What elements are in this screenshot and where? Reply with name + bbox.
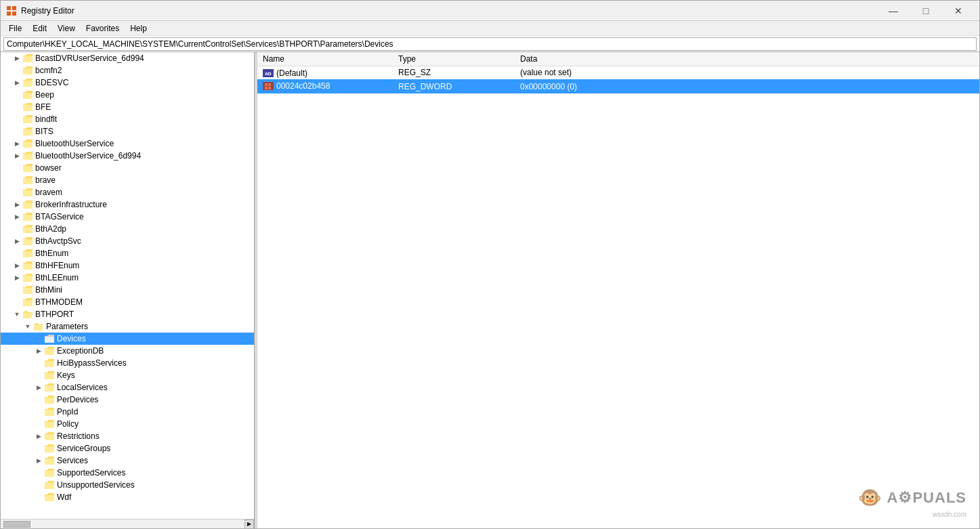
folder-icon (22, 78, 33, 87)
tree-label: Restrictions (57, 431, 100, 441)
scroll-right-btn[interactable]: ▶ (244, 520, 254, 529)
tree-item-BthLEEnum[interactable]: ▶ BthLEEnum (1, 272, 254, 284)
expander-placeholder (12, 64, 22, 77)
expander-icon: ▼ (12, 308, 22, 320)
tree-item-BDESVC[interactable]: ▶ BDESVC (1, 77, 254, 89)
folder-icon (22, 175, 33, 185)
tree-item-Beep[interactable]: Beep (1, 89, 254, 101)
tree-item-UnsupportedServices[interactable]: UnsupportedServices (1, 479, 254, 491)
expander-icon: ▶ (12, 198, 22, 211)
menu-favorites[interactable]: Favorites (81, 22, 125, 35)
svg-rect-3 (12, 12, 16, 16)
folder-icon (22, 163, 33, 173)
tree-item-BthEnum[interactable]: BthEnum (1, 247, 254, 259)
expander-icon: ▶ (12, 211, 22, 223)
tree-hscroll[interactable]: ▶ (1, 519, 254, 528)
tree-item-Restrictions[interactable]: ▶ Restrictions (1, 430, 254, 442)
menu-edit[interactable]: Edit (27, 22, 52, 35)
expander-icon: ▶ (33, 345, 44, 357)
tree-item-BITS[interactable]: BITS (1, 125, 254, 137)
tree-item-Keys[interactable]: Keys (1, 369, 254, 381)
tree-label: BthAvctpSvc (35, 236, 81, 246)
tree-item-BthHFEnum[interactable]: ▶ BthHFEnum (1, 259, 254, 272)
table-row[interactable]: ab (Default) REG_SZ (value not set) (257, 66, 979, 79)
folder-icon (22, 139, 33, 148)
expander-icon: ▶ (33, 381, 44, 394)
watermark-text: A⚙PUALS (887, 489, 966, 507)
address-path[interactable]: Computer\HKEY_LOCAL_MACHINE\SYSTEM\Curre… (3, 37, 977, 51)
svg-rect-8 (268, 87, 271, 89)
tree-item-bowser[interactable]: bowser (1, 162, 254, 174)
menu-help[interactable]: Help (125, 22, 152, 35)
col-data[interactable]: Data (515, 52, 979, 66)
tree-label: BthMini (35, 285, 62, 295)
tree-item-bravem[interactable]: bravem (1, 186, 254, 198)
menu-bar: File Edit View Favorites Help (1, 21, 979, 36)
registry-table: Name Type Data ab (Default) (257, 52, 979, 94)
tree-item-Services[interactable]: ▶ Services (1, 454, 254, 467)
tree-label: BthEnum (35, 249, 68, 258)
tree-item-ExceptionDB[interactable]: ▶ ExceptionDB (1, 345, 254, 357)
folder-icon (44, 444, 55, 453)
tree-label: HciBypassServices (57, 358, 127, 368)
col-type[interactable]: Type (393, 52, 515, 66)
tree-item-BFE[interactable]: BFE (1, 101, 254, 113)
app-icon (6, 5, 17, 16)
folder-icon (22, 127, 33, 136)
tree-item-PnpId[interactable]: PnpId (1, 406, 254, 418)
tree-label: BrokerInfrastructure (35, 200, 107, 209)
tree-label: bindflt (35, 114, 57, 124)
reg-name-cell: ab (Default) (257, 66, 393, 79)
table-row[interactable]: 00024c02b458 REG_DWORD 0x00000000 (0) (257, 79, 979, 93)
reg-type-cell: REG_DWORD (393, 79, 515, 93)
tree-label: Devices (57, 334, 86, 343)
expander-placeholder (33, 479, 44, 491)
tree-item-Wdf[interactable]: Wdf (1, 491, 254, 503)
tree-item-BTHMODEM[interactable]: BTHMODEM (1, 296, 254, 308)
tree-item-BluetoothUserService[interactable]: ▶ BluetoothUserService (1, 137, 254, 150)
table-container[interactable]: Name Type Data ab (Default) (257, 52, 979, 528)
expander-placeholder (12, 89, 22, 101)
folder-icon (44, 383, 55, 392)
col-name[interactable]: Name (257, 52, 393, 66)
tree-item-bcmfn2[interactable]: bcmfn2 (1, 64, 254, 77)
maximize-button[interactable]: □ (910, 1, 941, 21)
tree-item-Devices[interactable]: Devices (1, 333, 254, 345)
tree-item-BluetoothUserService6d994[interactable]: ▶ BluetoothUserService_6d994 (1, 150, 254, 162)
menu-file[interactable]: File (3, 22, 27, 35)
tree-item-SupportedServices[interactable]: SupportedServices (1, 467, 254, 479)
tree-item-BthA2dp[interactable]: BthA2dp (1, 223, 254, 235)
tree-label: bravem (35, 188, 62, 197)
close-button[interactable]: ✕ (943, 1, 974, 21)
tree-item-BTHPORT[interactable]: ▼ BTHPORT (1, 308, 254, 320)
tree-item-BrokerInfrastructure[interactable]: ▶ BrokerInfrastructure (1, 198, 254, 211)
tree-item-bindflt[interactable]: bindflt (1, 113, 254, 125)
tree-item-Parameters[interactable]: ▼ Parameters (1, 320, 254, 333)
tree-label: Policy (57, 419, 79, 429)
tree-item-BthMini[interactable]: BthMini (1, 284, 254, 296)
expander-placeholder (12, 162, 22, 174)
tree-label: BluetoothUserService (35, 139, 114, 148)
minimize-button[interactable]: — (878, 1, 909, 21)
folder-icon (44, 492, 55, 502)
tree-item-HciBypassServices[interactable]: HciBypassServices (1, 357, 254, 369)
tree-label: BDESVC (35, 78, 68, 87)
tree-item-PerDevices[interactable]: PerDevices (1, 394, 254, 406)
tree-item-BcastDVRUserService[interactable]: ▶ BcastDVRUserService_6d994 (1, 52, 254, 64)
expander-placeholder (12, 223, 22, 235)
tree-item-Policy[interactable]: Policy (1, 418, 254, 430)
expander-placeholder (33, 333, 44, 345)
tree-item-ServiceGroups[interactable]: ServiceGroups (1, 442, 254, 454)
tree-item-brave[interactable]: brave (1, 174, 254, 186)
registry-editor-window: Registry Editor — □ ✕ File Edit View Fav… (0, 0, 980, 529)
folder-icon (22, 102, 33, 112)
reg-data-cell: (value not set) (515, 66, 979, 79)
folder-icon (44, 480, 55, 490)
menu-view[interactable]: View (52, 22, 81, 35)
folder-icon (22, 261, 33, 270)
tree-scroll[interactable]: ▶ BcastDVRUserService_6d994 bcmfn2 (1, 52, 254, 519)
tree-item-BTAGService[interactable]: ▶ BTAGService (1, 211, 254, 223)
folder-icon (44, 456, 55, 465)
tree-item-BthAvctpSvc[interactable]: ▶ BthAvctpSvc (1, 235, 254, 247)
tree-item-LocalServices[interactable]: ▶ LocalServices (1, 381, 254, 394)
